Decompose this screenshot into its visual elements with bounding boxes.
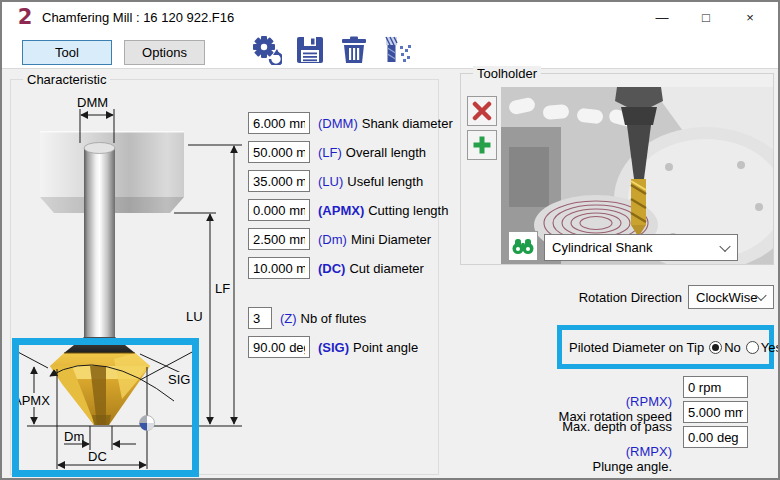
overall-length-input[interactable] [248, 141, 310, 163]
delete-button[interactable] [338, 35, 370, 65]
row-shank-diameter: (DMM) Shank diameter [248, 112, 453, 134]
code-sig: (SIG) [318, 340, 349, 355]
label-overall-length: Overall length [346, 145, 426, 160]
minimize-button[interactable]: — [640, 2, 684, 32]
plunge-angle-input[interactable] [683, 426, 748, 448]
row-useful-length: (LU) Useful length [248, 170, 423, 192]
dim-label-dmm: DMM [77, 95, 108, 110]
row-mini-diameter: (Dm) Mini Diameter [248, 228, 431, 250]
code-dmm: (DMM) [318, 116, 358, 131]
maximize-button[interactable]: □ [684, 2, 728, 32]
close-button[interactable]: × [728, 2, 772, 32]
piloted-diameter-label: Piloted Diameter on Tip [569, 340, 704, 355]
row-overall-length: (LF) Overall length [248, 141, 426, 163]
code-z: (Z) [280, 311, 297, 326]
toolbar: Tool Options [2, 32, 778, 68]
shank-type-select[interactable]: Cylindrical Shank [544, 234, 738, 261]
useful-length-input[interactable] [248, 170, 310, 192]
label-point-angle: Point angle [353, 340, 418, 355]
label-nb-flutes: Nb of flutes [301, 311, 367, 326]
binoculars-icon [512, 237, 534, 255]
tool-simulation-button[interactable] [382, 35, 414, 65]
dialog-window: 2 Chamfering Mill : 16 120 922.F16 — □ ×… [0, 0, 780, 480]
piloted-no-label: No [724, 340, 741, 355]
code-lu: (LU) [318, 174, 343, 189]
radio-unselected-icon [746, 341, 759, 354]
tab-tool[interactable]: Tool [22, 40, 112, 65]
mini-diameter-input[interactable] [248, 228, 310, 250]
trash-icon [341, 36, 367, 64]
row-nb-flutes: (Z) Nb of flutes [248, 307, 366, 329]
toolholder-group-label: Toolholder [473, 66, 541, 81]
row-cutting-length: (APMX) Cutting length [248, 199, 448, 221]
plunge-angle-label: (RMPX) Plunge angle. [472, 429, 672, 480]
tab-options[interactable]: Options [124, 40, 205, 65]
shank-diameter-input[interactable] [248, 112, 310, 134]
code-apmx: (APMX) [318, 203, 364, 218]
tool-chips-icon [383, 36, 413, 64]
code-rmpx: (RMPX) [626, 444, 672, 459]
piloted-yes-label: Yes [761, 340, 780, 355]
code-lf: (LF) [318, 145, 342, 160]
save-floppy-icon [296, 36, 324, 64]
label-shank-diameter: Shank diameter [362, 116, 453, 131]
max-depth-of-pass-input[interactable] [683, 401, 748, 423]
add-toolholder-button[interactable] [467, 130, 497, 160]
dim-label-lf: LF [215, 281, 230, 296]
dim-label-lu: LU [186, 309, 203, 324]
label-cutting-length: Cutting length [368, 203, 448, 218]
title-bar: 2 Chamfering Mill : 16 120 922.F16 — □ × [2, 2, 778, 32]
rotation-direction-value: ClockWise [696, 290, 757, 305]
rotation-direction-label: Rotation Direction [482, 290, 682, 305]
piloted-yes-radio[interactable]: Yes [746, 340, 780, 355]
code-dc: (DC) [318, 261, 345, 276]
tip-highlight-box [12, 338, 199, 477]
browse-toolholder-button[interactable] [508, 231, 538, 261]
gear-sync-icon [250, 35, 282, 65]
point-angle-input[interactable] [248, 336, 310, 358]
row-point-angle: (SIG) Point angle [248, 336, 418, 358]
cutting-length-input[interactable] [248, 199, 310, 221]
label-useful-length: Useful length [347, 174, 423, 189]
nb-flutes-input[interactable] [248, 307, 272, 329]
code-dm: (Dm) [318, 232, 347, 247]
radio-selected-icon [709, 341, 722, 354]
app-logo-icon: 2 [14, 6, 36, 28]
save-button[interactable] [294, 35, 326, 65]
maxi-rotation-speed-input[interactable] [683, 376, 748, 398]
window-title: Chamfering Mill : 16 120 922.F16 [42, 10, 234, 25]
toolholder-group: Toolholder [460, 73, 774, 265]
row-cut-diameter: (DC) Cut diameter [248, 257, 424, 279]
cut-diameter-input[interactable] [248, 257, 310, 279]
label-mini-diameter: Mini Diameter [351, 232, 431, 247]
rotation-direction-select[interactable]: ClockWise [688, 285, 774, 309]
settings-sync-button[interactable] [250, 35, 282, 65]
dialog-content: Characteristic [2, 68, 778, 478]
green-plus-icon [472, 135, 492, 155]
plunge-angle-text: Plunge angle. [592, 459, 672, 474]
label-cut-diameter: Cut diameter [349, 261, 423, 276]
red-x-icon [472, 101, 492, 121]
piloted-no-radio[interactable]: No [709, 340, 741, 355]
shank-type-value: Cylindrical Shank [552, 240, 652, 255]
piloted-diameter-group: Piloted Diameter on Tip No Yes [557, 325, 774, 369]
remove-toolholder-button[interactable] [467, 96, 497, 126]
chevron-down-icon [719, 240, 730, 251]
